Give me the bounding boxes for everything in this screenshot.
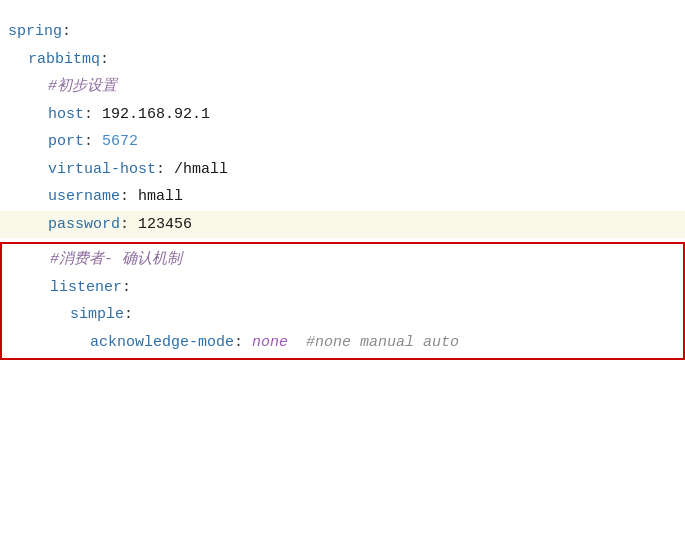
username-value: hmall bbox=[138, 184, 183, 210]
password-colon: : bbox=[120, 212, 138, 238]
acknowledge-mode-value: none bbox=[252, 330, 288, 356]
username-key: username bbox=[48, 184, 120, 210]
virtual-host-colon: : bbox=[156, 157, 174, 183]
virtual-host-value: /hmall bbox=[174, 157, 228, 183]
line-username: username: hmall bbox=[0, 183, 685, 211]
host-colon: : bbox=[84, 102, 102, 128]
code-editor: spring: rabbitmq: #初步设置 host: 192.168.92… bbox=[0, 10, 685, 372]
line-password: password: 123456 bbox=[0, 211, 685, 239]
username-colon: : bbox=[120, 184, 138, 210]
acknowledge-mode-colon: : bbox=[234, 330, 252, 356]
line-comment-consumer: #消费者- 确认机制 bbox=[2, 246, 683, 274]
spring-key: spring bbox=[8, 19, 62, 45]
line-listener: listener: bbox=[2, 274, 683, 302]
rabbitmq-colon: : bbox=[100, 47, 109, 73]
acknowledge-mode-comment: #none manual auto bbox=[288, 330, 459, 356]
acknowledge-mode-key: acknowledge-mode bbox=[90, 330, 234, 356]
port-colon: : bbox=[84, 129, 102, 155]
line-simple: simple: bbox=[2, 301, 683, 329]
virtual-host-key: virtual-host bbox=[48, 157, 156, 183]
line-host: host: 192.168.92.1 bbox=[0, 101, 685, 129]
simple-colon: : bbox=[124, 302, 133, 328]
line-acknowledge-mode: acknowledge-mode: none #none manual auto bbox=[2, 329, 683, 357]
port-key: port bbox=[48, 129, 84, 155]
password-key: password bbox=[48, 212, 120, 238]
line-rabbitmq: rabbitmq: bbox=[0, 46, 685, 74]
host-key: host bbox=[48, 102, 84, 128]
comment-consumer: #消费者- 确认机制 bbox=[50, 247, 182, 273]
rabbitmq-key: rabbitmq bbox=[28, 47, 100, 73]
comment-init: #初步设置 bbox=[48, 74, 117, 100]
line-spring: spring: bbox=[0, 18, 685, 46]
simple-key: simple bbox=[70, 302, 124, 328]
listener-colon: : bbox=[122, 275, 131, 301]
spring-colon: : bbox=[62, 19, 71, 45]
password-value: 123456 bbox=[138, 212, 192, 238]
line-comment-init: #初步设置 bbox=[0, 73, 685, 101]
line-port: port: 5672 bbox=[0, 128, 685, 156]
port-value: 5672 bbox=[102, 129, 138, 155]
host-value: 192.168.92.1 bbox=[102, 102, 210, 128]
line-virtual-host: virtual-host: /hmall bbox=[0, 156, 685, 184]
listener-key: listener bbox=[50, 275, 122, 301]
red-box-section: #消费者- 确认机制 listener: simple: acknowledge… bbox=[0, 242, 685, 360]
